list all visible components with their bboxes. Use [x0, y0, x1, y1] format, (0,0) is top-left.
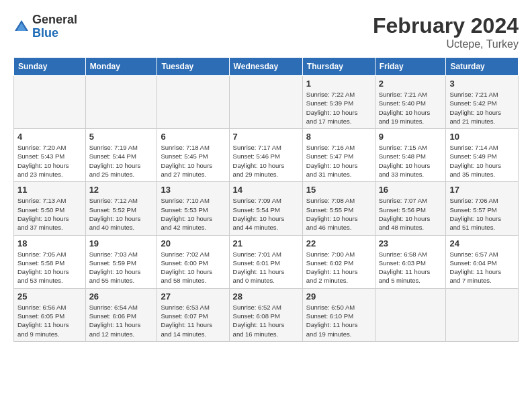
day-number: 27: [161, 291, 225, 302]
calendar-cell: [14, 76, 86, 129]
title-block: February 2024 Uctepe, Turkey: [373, 13, 519, 50]
day-info: Sunrise: 7:18 AM Sunset: 5:45 PM Dayligh…: [161, 143, 225, 179]
day-number: 23: [379, 238, 443, 248]
location: Uctepe, Turkey: [373, 38, 519, 50]
day-info: Sunrise: 6:54 AM Sunset: 6:06 PM Dayligh…: [89, 303, 154, 338]
calendar-cell: 15Sunrise: 7:08 AM Sunset: 5:55 PM Dayli…: [302, 182, 375, 235]
calendar-week-row: 11Sunrise: 7:13 AM Sunset: 5:50 PM Dayli…: [14, 182, 519, 235]
day-info: Sunrise: 6:58 AM Sunset: 6:03 PM Dayligh…: [379, 250, 443, 285]
day-info: Sunrise: 7:15 AM Sunset: 5:48 PM Dayligh…: [379, 143, 443, 179]
calendar-week-row: 1Sunrise: 7:22 AM Sunset: 5:39 PM Daylig…: [14, 76, 519, 129]
day-number: 29: [306, 291, 371, 302]
calendar-cell: [375, 288, 446, 341]
weekday-header: Friday: [375, 58, 446, 76]
weekday-header: Wednesday: [229, 58, 302, 76]
weekday-header-row: SundayMondayTuesdayWednesdayThursdayFrid…: [14, 58, 519, 76]
day-info: Sunrise: 7:10 AM Sunset: 5:53 PM Dayligh…: [161, 196, 225, 232]
calendar-cell: 1Sunrise: 7:22 AM Sunset: 5:39 PM Daylig…: [302, 76, 375, 129]
calendar-cell: 11Sunrise: 7:13 AM Sunset: 5:50 PM Dayli…: [14, 182, 86, 235]
calendar-cell: 29Sunrise: 6:50 AM Sunset: 6:10 PM Dayli…: [302, 288, 375, 341]
calendar-cell: [229, 76, 302, 129]
calendar-cell: 25Sunrise: 6:56 AM Sunset: 6:05 PM Dayli…: [14, 288, 86, 341]
calendar-cell: 9Sunrise: 7:15 AM Sunset: 5:48 PM Daylig…: [375, 129, 446, 182]
weekday-header: Monday: [85, 58, 157, 76]
day-number: 7: [233, 132, 299, 142]
calendar-cell: [157, 76, 229, 129]
calendar-cell: 19Sunrise: 7:03 AM Sunset: 5:59 PM Dayli…: [85, 235, 157, 288]
day-info: Sunrise: 7:01 AM Sunset: 6:01 PM Dayligh…: [233, 250, 299, 285]
calendar-week-row: 18Sunrise: 7:05 AM Sunset: 5:58 PM Dayli…: [14, 235, 519, 288]
calendar-cell: [85, 76, 157, 129]
day-info: Sunrise: 6:50 AM Sunset: 6:10 PM Dayligh…: [306, 303, 371, 338]
calendar-cell: 7Sunrise: 7:17 AM Sunset: 5:46 PM Daylig…: [229, 129, 302, 182]
day-number: 10: [449, 132, 515, 142]
day-number: 28: [233, 291, 299, 302]
day-info: Sunrise: 7:02 AM Sunset: 6:00 PM Dayligh…: [161, 250, 225, 285]
day-number: 6: [161, 132, 225, 142]
day-info: Sunrise: 7:16 AM Sunset: 5:47 PM Dayligh…: [306, 143, 371, 179]
logo-text: General Blue: [32, 13, 77, 40]
day-info: Sunrise: 7:05 AM Sunset: 5:58 PM Dayligh…: [17, 250, 82, 285]
day-info: Sunrise: 7:21 AM Sunset: 5:42 PM Dayligh…: [449, 90, 515, 126]
day-number: 14: [233, 185, 299, 195]
day-info: Sunrise: 7:17 AM Sunset: 5:46 PM Dayligh…: [233, 143, 299, 179]
day-info: Sunrise: 6:57 AM Sunset: 6:04 PM Dayligh…: [449, 250, 515, 285]
day-number: 9: [379, 132, 443, 142]
calendar-cell: 3Sunrise: 7:21 AM Sunset: 5:42 PM Daylig…: [446, 76, 519, 129]
day-number: 13: [161, 185, 225, 195]
day-number: 20: [161, 238, 225, 248]
calendar-cell: 20Sunrise: 7:02 AM Sunset: 6:00 PM Dayli…: [157, 235, 229, 288]
calendar-cell: 12Sunrise: 7:12 AM Sunset: 5:52 PM Dayli…: [85, 182, 157, 235]
day-info: Sunrise: 7:00 AM Sunset: 6:02 PM Dayligh…: [306, 250, 371, 285]
calendar-cell: 24Sunrise: 6:57 AM Sunset: 6:04 PM Dayli…: [446, 235, 519, 288]
month-title: February 2024: [373, 13, 519, 38]
page-header: General Blue February 2024 Uctepe, Turke…: [13, 13, 519, 50]
day-info: Sunrise: 6:56 AM Sunset: 6:05 PM Dayligh…: [17, 303, 82, 338]
calendar-table: SundayMondayTuesdayWednesdayThursdayFrid…: [13, 57, 519, 342]
day-info: Sunrise: 7:09 AM Sunset: 5:54 PM Dayligh…: [233, 196, 299, 232]
calendar-cell: [446, 288, 519, 341]
logo-blue: Blue: [32, 27, 77, 40]
calendar-cell: 17Sunrise: 7:06 AM Sunset: 5:57 PM Dayli…: [446, 182, 519, 235]
day-number: 18: [17, 238, 82, 248]
calendar-cell: 10Sunrise: 7:14 AM Sunset: 5:49 PM Dayli…: [446, 129, 519, 182]
calendar-cell: 27Sunrise: 6:53 AM Sunset: 6:07 PM Dayli…: [157, 288, 229, 341]
day-info: Sunrise: 7:12 AM Sunset: 5:52 PM Dayligh…: [89, 196, 154, 232]
day-number: 25: [17, 291, 82, 302]
day-number: 11: [17, 185, 82, 195]
day-info: Sunrise: 7:22 AM Sunset: 5:39 PM Dayligh…: [306, 90, 371, 126]
logo-icon: [13, 19, 30, 35]
day-number: 24: [449, 238, 515, 248]
day-number: 1: [306, 79, 371, 89]
calendar-cell: 28Sunrise: 6:52 AM Sunset: 6:08 PM Dayli…: [229, 288, 302, 341]
day-number: 16: [379, 185, 443, 195]
day-number: 2: [379, 79, 443, 89]
day-info: Sunrise: 7:14 AM Sunset: 5:49 PM Dayligh…: [449, 143, 515, 179]
calendar-cell: 6Sunrise: 7:18 AM Sunset: 5:45 PM Daylig…: [157, 129, 229, 182]
day-info: Sunrise: 7:06 AM Sunset: 5:57 PM Dayligh…: [449, 196, 515, 232]
calendar-cell: 21Sunrise: 7:01 AM Sunset: 6:01 PM Dayli…: [229, 235, 302, 288]
calendar-cell: 26Sunrise: 6:54 AM Sunset: 6:06 PM Dayli…: [85, 288, 157, 341]
day-number: 12: [89, 185, 154, 195]
day-number: 15: [306, 185, 371, 195]
day-number: 22: [306, 238, 371, 248]
logo-general: General: [32, 13, 77, 27]
day-number: 17: [449, 185, 515, 195]
calendar-cell: 14Sunrise: 7:09 AM Sunset: 5:54 PM Dayli…: [229, 182, 302, 235]
day-number: 8: [306, 132, 371, 142]
day-number: 4: [17, 132, 82, 142]
weekday-header: Thursday: [302, 58, 375, 76]
day-info: Sunrise: 7:19 AM Sunset: 5:44 PM Dayligh…: [89, 143, 154, 179]
weekday-header: Tuesday: [157, 58, 229, 76]
day-info: Sunrise: 7:07 AM Sunset: 5:56 PM Dayligh…: [379, 196, 443, 232]
calendar-cell: 5Sunrise: 7:19 AM Sunset: 5:44 PM Daylig…: [85, 129, 157, 182]
weekday-header: Saturday: [446, 58, 519, 76]
day-info: Sunrise: 6:52 AM Sunset: 6:08 PM Dayligh…: [233, 303, 299, 338]
calendar-cell: 2Sunrise: 7:21 AM Sunset: 5:40 PM Daylig…: [375, 76, 446, 129]
calendar-cell: 13Sunrise: 7:10 AM Sunset: 5:53 PM Dayli…: [157, 182, 229, 235]
day-number: 19: [89, 238, 154, 248]
day-number: 3: [449, 79, 515, 89]
calendar-cell: 18Sunrise: 7:05 AM Sunset: 5:58 PM Dayli…: [14, 235, 86, 288]
day-info: Sunrise: 7:13 AM Sunset: 5:50 PM Dayligh…: [17, 196, 82, 232]
day-info: Sunrise: 7:08 AM Sunset: 5:55 PM Dayligh…: [306, 196, 371, 232]
